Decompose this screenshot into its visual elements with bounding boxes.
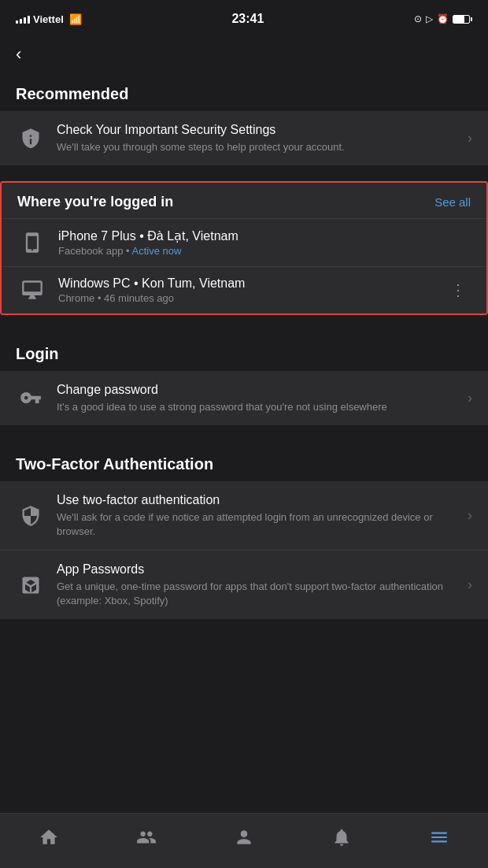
recommended-section: Recommended Check Your Important Securit…	[0, 71, 488, 165]
bottom-nav	[0, 813, 488, 868]
device-more-button[interactable]: ⋮	[445, 277, 471, 302]
windows-app: Chrome	[58, 292, 94, 304]
recommended-header: Recommended	[0, 71, 488, 111]
battery-indicator	[453, 15, 472, 24]
change-password-subtitle: It's a good idea to use a strong passwor…	[57, 400, 461, 414]
box-icon	[16, 574, 46, 596]
main-content: Recommended Check Your Important Securit…	[0, 71, 488, 682]
two-factor-header: Two-Factor Authentication	[0, 441, 488, 481]
key-icon	[16, 387, 46, 409]
two-factor-section: Two-Factor Authentication Use two-factor…	[0, 441, 488, 619]
app-passwords-title: App Passwords	[57, 562, 461, 578]
desktop-device-icon	[17, 279, 47, 301]
security-checkup-chevron: ›	[468, 130, 472, 147]
iphone-device-name: iPhone 7 Plus • Đà Lạt, Vietnam	[58, 228, 471, 243]
status-time: 23:41	[231, 12, 264, 26]
nav-notifications[interactable]	[293, 827, 390, 848]
windows-time-status: 46 minutes ago	[104, 292, 174, 304]
windows-device-item[interactable]: Windows PC • Kon Tum, Vietnam Chrome • 4…	[2, 266, 486, 313]
nav-home[interactable]	[0, 827, 98, 848]
use-2fa-item[interactable]: Use two-factor authentication We'll ask …	[0, 481, 488, 551]
location-icon: ⊙	[414, 13, 422, 24]
security-checkup-subtitle: We'll take you through some steps to hel…	[57, 140, 461, 154]
nav-profile[interactable]	[195, 827, 293, 848]
change-password-content: Change password It's a good idea to use …	[57, 382, 461, 414]
app-passwords-chevron: ›	[468, 577, 472, 593]
use-2fa-chevron: ›	[468, 507, 472, 524]
use-2fa-content: Use two-factor authentication We'll ask …	[57, 492, 461, 539]
alarm-icon: ⏰	[437, 13, 449, 24]
iphone-device-status: Facebook app • Active now	[58, 245, 471, 257]
iphone-device-content: iPhone 7 Plus • Đà Lạt, Vietnam Facebook…	[58, 228, 471, 257]
use-2fa-subtitle: We'll ask for a code if we notice an att…	[57, 510, 461, 539]
signal-icon	[16, 14, 30, 24]
status-bar: Viettel 📶 23:41 ⊙ ▷ ⏰	[0, 0, 488, 35]
windows-device-name: Windows PC • Kon Tum, Vietnam	[58, 276, 445, 291]
iphone-active-status: Active now	[131, 245, 181, 257]
login-section: Login Change password It's a good idea t…	[0, 331, 488, 425]
gap-2	[0, 425, 488, 441]
status-indicators: ⊙ ▷ ⏰	[414, 13, 472, 24]
app-passwords-content: App Passwords Get a unique, one-time pas…	[57, 562, 461, 608]
security-checkup-title: Check Your Important Security Settings	[57, 122, 461, 139]
windows-separator: •	[98, 292, 104, 304]
see-all-link[interactable]: See all	[434, 195, 471, 209]
iphone-app: Facebook app	[58, 245, 123, 257]
change-password-item[interactable]: Change password It's a good idea to use …	[0, 371, 488, 425]
security-checkup-item[interactable]: Check Your Important Security Settings W…	[0, 111, 488, 165]
windows-device-status: Chrome • 46 minutes ago	[58, 292, 445, 304]
carrier-name: Viettel	[33, 13, 64, 25]
logged-in-section: Where you're logged in See all iPhone 7 …	[0, 181, 488, 315]
windows-device-content: Windows PC • Kon Tum, Vietnam Chrome • 4…	[58, 276, 445, 304]
iphone-device-item[interactable]: iPhone 7 Plus • Đà Lạt, Vietnam Facebook…	[2, 218, 486, 266]
nav-friends[interactable]	[98, 827, 195, 848]
logged-in-title: Where you're logged in	[17, 194, 173, 210]
login-header: Login	[0, 331, 488, 371]
change-password-chevron: ›	[468, 390, 472, 406]
app-passwords-subtitle: Get a unique, one-time password for apps…	[57, 580, 461, 608]
carrier-info: Viettel 📶	[16, 13, 82, 25]
back-button[interactable]: ‹	[0, 35, 488, 71]
back-icon: ‹	[16, 44, 21, 64]
logged-in-header: Where you're logged in See all	[2, 183, 486, 218]
nav-menu[interactable]	[390, 827, 488, 848]
gap-1	[0, 315, 488, 331]
change-password-title: Change password	[57, 382, 461, 399]
security-icon	[16, 127, 46, 149]
use-2fa-title: Use two-factor authentication	[57, 492, 461, 509]
app-passwords-item[interactable]: App Passwords Get a unique, one-time pas…	[0, 551, 488, 619]
navigation-icon: ▷	[426, 13, 433, 24]
mobile-device-icon	[17, 232, 47, 254]
shield-icon	[16, 505, 46, 527]
wifi-icon: 📶	[69, 13, 82, 25]
security-checkup-content: Check Your Important Security Settings W…	[57, 122, 461, 154]
